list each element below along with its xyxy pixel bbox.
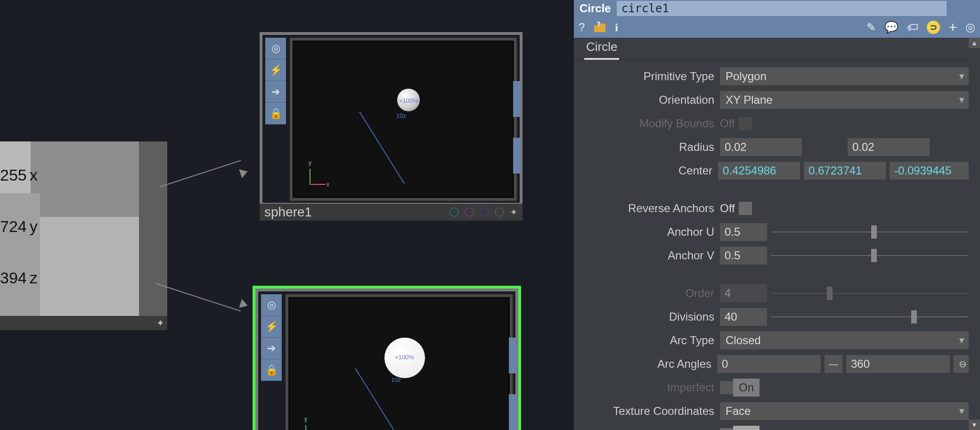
anchor-u-input[interactable]: 0.5 [720,223,767,241]
divisions-input[interactable]: 40 [720,308,767,326]
lock-icon[interactable]: 🔒 [261,359,282,381]
anchor-u-label: Anchor U [574,225,720,239]
panel-toolbar: ? ? i ✎ 💬 🏷 ⊃ + ◎ [574,17,980,38]
z-axis-label: z [30,269,38,287]
radius-y-input[interactable]: 0.02 [848,138,930,156]
help-icon[interactable]: ? [579,21,585,34]
viewport-overlay-text: 10z [391,376,401,383]
axis-gizmo: yx [305,422,324,430]
node-output-handle[interactable] [509,394,516,430]
arc-angle-end-input[interactable]: 360 [846,355,950,373]
node-name-label[interactable]: sphere1 [264,205,312,220]
node-output-handle[interactable] [509,338,516,373]
panel-header: Circle circle1 [574,0,980,17]
orientation-label: Orientation [574,93,720,107]
edit-icon[interactable]: ✎ [866,21,876,34]
axis-gizmo: yx [310,166,328,185]
info-icon[interactable]: i [615,21,618,34]
xyz-source-node[interactable]: 255 x 724 y 394 z ✦ [0,141,167,321]
wire [160,160,241,187]
arc-angle-start-input[interactable]: 0 [717,355,821,373]
arc-lock-button[interactable]: — [825,355,842,373]
sphere1-node[interactable]: ◎ ⚡ ➔ 🔒 =100% 10z yx [257,29,525,208]
arc-type-value: Closed [726,334,761,347]
flag-dot-icon[interactable] [465,207,474,217]
reverse-anchors-toggle[interactable]: Off [720,199,752,217]
arrow-right-icon[interactable]: ➔ [265,81,286,103]
orientation-dropdown[interactable]: XY Plane ▼ [720,91,972,109]
divisions-slider[interactable] [771,308,972,326]
center-x-input[interactable]: 0.4254986 [718,162,800,180]
flag-dot-icon[interactable] [495,207,504,217]
comment-icon[interactable]: 💬 [884,21,898,34]
anchor-v-input[interactable]: 0.5 [720,247,767,265]
z-value: 394 [0,269,27,287]
tex-coords-label: Texture Coordinates [574,405,720,418]
arc-type-dropdown[interactable]: Closed ▼ [720,331,972,349]
view-mode-icon[interactable]: ◎ [265,38,286,59]
chevron-down-icon: ▼ [957,95,966,105]
arc-angles-label: Arc Angles [574,357,717,371]
lightning-icon[interactable]: ⚡ [261,316,282,338]
params-list: Primitive Type Polygon ▼ Orientation XY … [574,60,980,430]
svg-text:?: ? [596,22,601,28]
y-axis-label: y [30,217,38,236]
center-z-input[interactable]: -0.0939445 [890,162,972,180]
viewport-overlay-text: =100% [399,97,418,104]
target-icon[interactable]: ◎ [965,21,975,34]
imperfect-label: Imperfect [574,381,720,394]
lightning-icon[interactable]: ⚡ [265,59,286,81]
node-view-toolbar: ◎ ⚡ ➔ 🔒 [265,38,286,124]
primitive-type-dropdown[interactable]: Polygon ▼ [720,67,972,85]
parameter-panel: Circle circle1 ? ? i ✎ 💬 🏷 ⊃ + ◎ Circle … [574,0,980,430]
tex-coords-dropdown[interactable]: Face ▼ [720,402,972,420]
view-mode-icon[interactable]: ◎ [261,294,282,316]
scroll-up-icon[interactable]: ▲ [969,38,980,48]
anchor-v-slider[interactable] [771,247,972,265]
help-folder-icon[interactable]: ? [593,22,606,33]
arrow-right-icon[interactable]: ➔ [261,338,282,359]
flag-dot-icon[interactable] [480,207,489,217]
center-y-input[interactable]: 0.6723741 [804,162,886,180]
node-output-handle[interactable] [513,138,521,174]
compute-normals-toggle[interactable]: On [720,426,760,430]
viewport-overlay-text: =100% [395,354,414,361]
y-value-row: 724 y [0,217,38,236]
chevron-down-icon: ▼ [957,72,966,82]
scroll-down-icon[interactable]: ▼ [969,420,980,430]
y-value: 724 [0,217,27,236]
tag-icon[interactable]: 🏷 [907,21,918,34]
radius-x-input[interactable]: 0.02 [720,138,802,156]
divisions-label: Divisions [574,310,720,323]
circle1-node[interactable]: ◎ ⚡ ➔ 🔒 =100% 10z yx [253,286,521,430]
operator-type-label: Circle [580,2,611,15]
operator-name-input[interactable]: circle1 [617,1,947,16]
modify-bounds-toggle: Off [720,115,752,132]
viewport-overlay-text: 10z [396,112,406,119]
wire-arrow-icon [239,299,249,310]
node-viewport[interactable]: =100% 10z yx [286,294,513,430]
panel-scrollbar[interactable]: ▲ ▼ [969,38,980,430]
primitive-type-value: Polygon [726,70,767,83]
wire [155,283,241,312]
flag-dot-icon[interactable] [449,207,459,217]
node-view-toolbar: ◎ ⚡ ➔ 🔒 [261,294,282,381]
x-value: 255 [0,166,27,184]
python-icon[interactable]: ⊃ [927,21,940,34]
anchor-v-label: Anchor V [574,249,720,262]
primitive-type-label: Primitive Type [574,70,720,83]
wire-arrow-icon [239,167,249,178]
node-star-icon[interactable]: ✦ [510,207,518,218]
node-output-handle[interactable] [513,81,521,117]
tab-circle[interactable]: Circle [584,36,619,60]
center-label: Center [574,164,718,177]
order-input: 4 [720,284,767,302]
node-graph-canvas[interactable]: 255 x 724 y 394 z ✦ ◎ [0,0,574,430]
modify-bounds-label: Modify Bounds [574,117,720,130]
node-star-icon[interactable]: ✦ [156,317,164,329]
anchor-u-slider[interactable] [771,223,972,241]
add-icon[interactable]: + [948,19,957,35]
panel-tabs: Circle [574,38,980,60]
lock-icon[interactable]: 🔒 [265,103,286,124]
node-viewport[interactable]: =100% 10z yx [290,38,517,201]
